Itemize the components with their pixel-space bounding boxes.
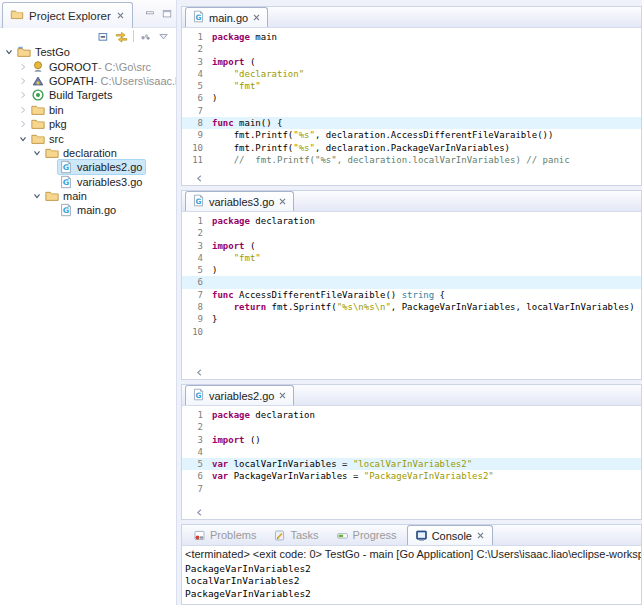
code-line[interactable]: 2 <box>182 227 641 239</box>
tree-item-bin[interactable]: bin <box>0 103 176 117</box>
code-line[interactable]: 7func AccessDifferentFileVaraible() stri… <box>182 289 641 301</box>
editor-tab-variables3-go[interactable]: G variables3.go <box>185 191 294 211</box>
minimize-icon[interactable] <box>144 5 156 23</box>
scroll-left-arrow[interactable] <box>194 507 205 518</box>
tree-item-main-go[interactable]: Gmain.go <box>0 203 176 217</box>
code-line-highlighted[interactable]: 8func main() { <box>182 117 641 129</box>
line-number[interactable]: 7 <box>182 289 212 301</box>
line-number[interactable]: 5 <box>182 458 212 470</box>
line-number[interactable]: 7 <box>182 105 212 117</box>
line-number[interactable]: 3 <box>182 434 212 446</box>
code-line[interactable]: 10 <box>182 326 641 338</box>
line-number[interactable]: 1 <box>182 409 212 421</box>
editor-tab-variables2-go[interactable]: G variables2.go <box>185 385 294 405</box>
line-number[interactable]: 2 <box>182 421 212 433</box>
code-line-highlighted[interactable]: 5var localVarInVariables = "localVarInVa… <box>182 458 641 470</box>
tree-item-goroot[interactable]: GOROOT - C:\Go\src <box>0 59 176 73</box>
scroll-left-arrow[interactable] <box>194 367 205 378</box>
tab-progress[interactable]: Progress <box>329 525 404 545</box>
tree-item-content[interactable]: src <box>30 132 67 146</box>
code-line[interactable]: 1package declaration <box>182 409 641 421</box>
scroll-left-arrow[interactable] <box>194 173 205 184</box>
line-number[interactable]: 5 <box>182 80 212 92</box>
line-number[interactable]: 4 <box>182 446 212 458</box>
tree-item-main[interactable]: main <box>0 189 176 203</box>
close-icon[interactable] <box>278 196 287 208</box>
code-line[interactable]: 4 "declaration" <box>182 68 641 80</box>
tree-item-content[interactable]: Gmain.go <box>58 203 119 217</box>
expander-icon[interactable] <box>18 75 30 86</box>
tree-item-content[interactable]: declaration <box>44 146 120 160</box>
code-line[interactable]: 3import () <box>182 434 641 446</box>
tab-tasks[interactable]: Tasks <box>266 525 325 545</box>
tab-console[interactable]: Console <box>407 525 493 545</box>
code-line[interactable]: 9 fmt.Printf("%s", declaration.AccessDif… <box>182 129 641 141</box>
code-line[interactable]: 6) <box>182 92 641 104</box>
tree-item-testgo[interactable]: TestGo <box>0 45 176 59</box>
collapse-all-icon[interactable] <box>97 30 110 43</box>
code-line[interactable]: 4 "fmt" <box>182 252 641 264</box>
close-icon[interactable] <box>252 12 261 24</box>
code-line[interactable]: 2 <box>182 421 641 433</box>
code-line-highlighted[interactable]: 6 <box>182 276 641 288</box>
tree-item-content[interactable]: Gvariables3.go <box>58 175 145 189</box>
project-explorer-tab[interactable]: Project Explorer <box>2 2 133 28</box>
code-line[interactable]: 7 <box>182 105 641 117</box>
line-number[interactable]: 9 <box>182 129 212 141</box>
maximize-icon[interactable] <box>161 5 173 23</box>
view-menu-icon[interactable] <box>139 30 152 43</box>
tree-item-declaration[interactable]: declaration <box>0 146 176 160</box>
code-line[interactable]: 3import ( <box>182 56 641 68</box>
link-with-editor-icon[interactable] <box>115 30 128 43</box>
code-area[interactable]: 1package declaration23import ()45var loc… <box>182 406 641 519</box>
line-number[interactable]: 1 <box>182 215 212 227</box>
code-line[interactable]: 1package declaration <box>182 215 641 227</box>
line-number[interactable]: 4 <box>182 252 212 264</box>
tree-item-build-targets[interactable]: Build Targets <box>0 88 176 102</box>
line-number[interactable]: 6 <box>182 92 212 104</box>
close-icon[interactable] <box>476 530 485 542</box>
tree-item-content[interactable]: GOROOT - C:\Go\src <box>30 60 154 74</box>
expander-icon[interactable] <box>18 90 30 101</box>
code-line[interactable]: 5) <box>182 264 641 276</box>
chevron-down-icon[interactable] <box>157 30 170 43</box>
code-area[interactable]: 1package main23import (4 "declaration"5 … <box>182 28 641 185</box>
tree-item-gopath[interactable]: GOPATH - C:\Users\isaac.liao\G <box>0 74 176 88</box>
code-line[interactable]: 5 "fmt" <box>182 80 641 92</box>
code-line[interactable]: 10 fmt.Printf("%s", declaration.PackageV… <box>182 142 641 154</box>
tree-item-src[interactable]: src <box>0 131 176 145</box>
tree-item-content[interactable]: main <box>44 189 90 203</box>
line-number[interactable]: 2 <box>182 227 212 239</box>
line-number[interactable]: 4 <box>182 68 212 80</box>
tree-item-content[interactable]: bin <box>30 103 67 117</box>
expander-icon[interactable] <box>18 119 30 130</box>
line-number[interactable]: 7 <box>182 483 212 495</box>
line-number[interactable]: 1 <box>182 31 212 43</box>
code-line[interactable]: 7 <box>182 483 641 495</box>
code-line[interactable]: 3import ( <box>182 240 641 252</box>
code-line[interactable]: 4 <box>182 446 641 458</box>
line-number[interactable]: 10 <box>182 326 212 338</box>
line-number[interactable]: 3 <box>182 56 212 68</box>
expander-icon[interactable] <box>4 47 16 58</box>
line-number[interactable]: 6 <box>182 276 212 288</box>
tree-item-selected[interactable]: Gvariables2.go <box>58 160 145 174</box>
code-area[interactable]: 1package declaration23import (4 "fmt"5)6… <box>182 212 641 379</box>
code-line[interactable]: 9} <box>182 313 641 325</box>
line-number[interactable]: 6 <box>182 470 212 482</box>
tab-problems[interactable]: Problems <box>186 525 263 545</box>
tree-item-content[interactable]: pkg <box>30 117 70 131</box>
line-number[interactable]: 11 <box>182 154 212 166</box>
tree-item-content[interactable]: GOPATH - C:\Users\isaac.liao\G <box>30 74 176 88</box>
code-line[interactable]: 6var PackageVarInVariables = "PackageVar… <box>182 470 641 482</box>
close-icon[interactable] <box>116 10 125 22</box>
tree-item-content[interactable]: TestGo <box>16 45 73 59</box>
editor-tab-main-go[interactable]: G main.go <box>185 7 268 27</box>
line-number[interactable]: 5 <box>182 264 212 276</box>
code-line[interactable]: 11 // fmt.Printf("%s", declaration.local… <box>182 154 641 166</box>
tree-item-variables2-go[interactable]: Gvariables2.go <box>0 160 176 174</box>
tree-item-variables3-go[interactable]: Gvariables3.go <box>0 175 176 189</box>
expander-icon[interactable] <box>32 147 44 158</box>
code-line[interactable]: 8 return fmt.Sprintf("%s\n%s\n", Package… <box>182 301 641 313</box>
code-line[interactable]: 2 <box>182 43 641 55</box>
